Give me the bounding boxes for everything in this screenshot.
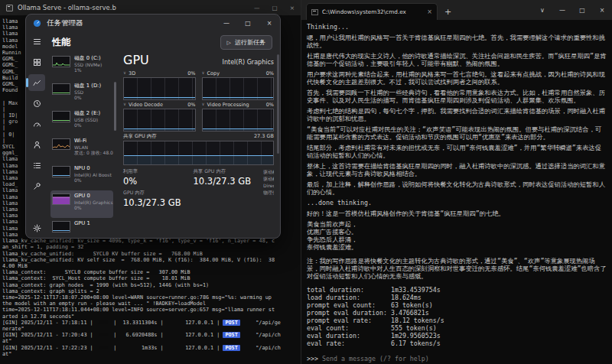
sidebar-item-gpu1[interactable]: GPU 1 [50,218,113,239]
stat-line: prompt eval count: 63 token(s) [307,301,607,309]
log-line: llama_kv_cache_unified: kv_size = 4096, … [2,238,298,244]
log-line: llama_context: graph nodes = 1990 (with … [2,282,298,288]
task-manager-titlebar[interactable]: 任务管理器 — □ × [26,15,280,31]
stat-line: eval duration: 1m29.9560523s [307,332,607,340]
right-terminal-tabbar: C:\Windows\system32\cmd.ex × + ∨ — □ × [301,0,612,20]
http-status-badge: 200 [96,332,110,338]
driver-info-row: DirectX 版本:12 (FL… [263,182,274,189]
log-line: llama_context: graph splits = 2 [2,288,298,294]
memory-chart-label: 共享 GPU 内存 [123,133,157,140]
gin-timestamp: [GIN] 2025/12/11 - 17:20:43 | [2,332,96,338]
chart-3d: ∨3D0% [123,69,196,100]
terminal-paragraph: 最后，加上注释，解释创作思路，说明如何将快餐文化转化为古典诗歌形式，同时表达促销… [307,180,607,196]
nav-processes-icon[interactable] [28,54,45,70]
gin-log-wrap-line: nerate" [2,326,298,332]
minimize-button[interactable]: — [552,7,572,14]
terminal-paragraph: 嗯，用户让我用杜甫的风格写一首关于肯德基疯狂星期四的七绝。首先，我需要理解这个请… [307,34,607,49]
tab-dropdown-icon[interactable]: ∨ [532,7,552,14]
close-button[interactable]: × [259,15,280,31]
minimize-button[interactable]: — [254,5,260,11]
chevron-down-icon[interactable]: ∨ [202,70,205,76]
sidebar-item-npu0[interactable]: NPU 0Intel(R) AI Boost0% [50,163,113,190]
nav-users-icon[interactable] [28,136,45,153]
cmd-terminal-window: C:\Windows\system32\cmd.ex × + ∨ — □ × T… [301,0,612,364]
terminal-paragraph: ...done thinking. [307,199,607,206]
sidebar-item-disk2[interactable]: 磁盘 2 (E:)USB (SSD)0% [50,108,113,135]
poem-line: 美食当前欢声起， [307,220,607,228]
sidebar-item-disk1[interactable]: 磁盘 1 (D:)SSD0% [50,80,113,108]
terminal-paragraph: 考虑到七绝的结构是四句，每句七个字，押韵。我需要找到合适的词汇来描绘肯德基的场景… [307,107,607,122]
nav-performance-icon[interactable] [28,74,45,91]
cmd-icon [311,9,318,15]
menu-icon[interactable] [28,33,45,50]
chart-copy: ∨Copy0% [202,69,275,100]
http-method-badge: POST [223,332,239,338]
maximize-button[interactable]: □ [572,7,592,14]
sidebar-item-gpu0[interactable]: GPU 0Intel(R) Graphics0% [50,190,113,218]
nav-startup-apps-icon[interactable] [28,115,45,132]
stat-line: prompt eval rate: 18.12 tokens/s [307,317,607,324]
shared-memory-plot [123,141,274,165]
terminal-tab-cmd[interactable]: C:\Windows\system32\cmd.ex × [306,3,438,20]
tab-close-icon[interactable]: × [427,8,432,15]
log-line: 4.00 MiB [2,263,298,269]
stat-line: total duration: 1m33.4539754s [307,286,607,294]
gpu0-sparkline [52,193,70,205]
poem-line: 奈何钱囊羞涩难。 [307,243,607,251]
settings-gear-icon[interactable] [28,219,45,236]
prompt-symbol: >>> [307,355,322,362]
gin-log-block: [GIN] 2025/12/11 - 17:18:11 | 200 | 13.3… [2,320,298,357]
nav-services-icon[interactable] [28,177,45,194]
scrollbar-thumb[interactable] [114,82,116,131]
scrollbar-thumb[interactable] [277,54,279,154]
gin-latency-ip: | 1m33s | 127.0.0.1 | [110,345,223,351]
http-status-badge: 200 [96,345,110,351]
gin-log-line: [GIN] 2025/12/11 - 17:20:43 | 200 | 6.69… [2,332,298,338]
chevron-down-icon[interactable]: ∨ [202,102,205,108]
chevron-down-icon[interactable]: ∨ [123,102,126,108]
new-tab-button[interactable]: + [444,7,451,17]
log-line: llama_context: SYCL0 compute buffer size… [2,269,298,275]
prompt-placeholder: Send a message (/? for help) [322,355,429,362]
terminal-paragraph: 整体上，这首诗需要在描绘肯德基疯狂星期四的同时，融入杜甫诗歌中的深沉感。通过选择… [307,162,607,177]
run-new-task-button[interactable]: ▷ 运行新任务 [220,35,272,50]
nav-app-history-icon[interactable] [28,95,45,112]
sidebar-item-wifi[interactable]: Wi-FiWLAN发送: 0 接收: 48.0 K [50,135,113,163]
nav-details-icon[interactable] [28,157,45,174]
prompt-line[interactable]: >>> Send a message (/? for help) [307,355,607,362]
http-method-badge: POST [223,345,239,351]
gin-path: "/api/ge [240,320,281,326]
run-new-task-label: 运行新任务 [235,38,265,47]
sidebar-item-disk0[interactable]: 磁盘 0 (C:)SSD (NVMe)1% [50,53,113,80]
poem-line: 争先恐后人群涌， [307,236,607,243]
left-terminal-titlebar[interactable]: Ollama Serve - ollama-serve.b — □ × [0,0,301,15]
right-terminal-output[interactable]: Thinking...嗯，用户让我用杜甫的风格写一首关于肯德基疯狂星期四的七绝。… [301,20,612,364]
http-method-badge: POST [223,320,239,326]
terminal-paragraph: 用户要求这两种元素结合起来，用杜甫的风格来写一首七言绝句。这看起来有点挑战，因为… [307,70,607,86]
gpu-driver-info: 驱动程序版本:32.0.10… 驱动程序日期:2025/… DirectX 版本… [263,168,274,196]
log-line: time=2025-12-11T17:18:11.044+08:00 level… [2,307,298,313]
chart-video-decode: ∨Video Decode0% [123,100,196,132]
task-manager-title: 任务管理器 [47,18,83,28]
terminal-app-icon [6,5,13,11]
disk1-sparkline [52,83,70,95]
chart-3d-plot [123,77,196,100]
main-panel-scrollbar[interactable] [277,54,279,235]
gin-log-wrap-line: at" [2,351,298,357]
gin-path: "/api/ch [240,332,281,338]
close-button[interactable]: × [592,7,612,14]
stat-gpu-memory: GPU 内存 10.3/27.3 GB [123,190,181,208]
maximize-button[interactable]: □ [272,5,278,11]
disk2-sparkline [52,111,70,122]
chart-shared-gpu-memory: 共享 GPU 内存27.3 GB [123,133,274,165]
stat-line: eval count: 555 token(s) [307,324,607,332]
task-manager-app-icon [33,19,41,28]
close-button[interactable]: × [290,5,295,11]
chevron-down-icon[interactable]: ∨ [123,70,126,76]
response-intro: 好的！这是一首模仿杜甫风格创作的关于肯德基“疯狂星期四”的七绝。 [307,210,607,217]
log-line: the model with an empty run - please wai… [2,301,298,307]
gin-timestamp: [GIN] 2025/12/11 - 17:22:23 | [2,345,96,351]
task-manager-window: 任务管理器 — □ × 性能 ▷ 运行新任务 [25,14,281,239]
maximize-button[interactable]: □ [237,15,259,31]
minimize-button[interactable]: — [216,15,237,31]
